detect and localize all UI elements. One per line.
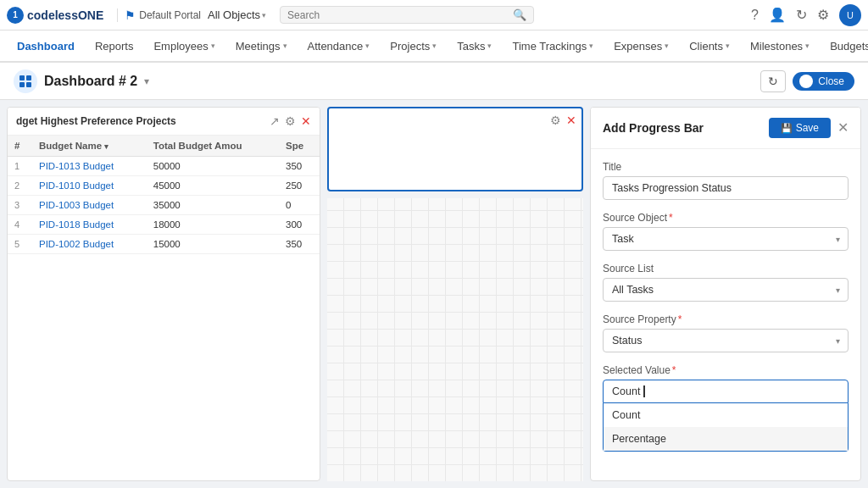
- cell-name[interactable]: PID-1018 Budget: [32, 215, 147, 235]
- right-panel: Add Progress Bar 💾 Save ✕ Title Source O…: [590, 107, 861, 481]
- app-logo[interactable]: 1 codelessONE: [7, 7, 103, 24]
- source-list-select[interactable]: All Tasks: [603, 278, 849, 302]
- cell-name[interactable]: PID-1010 Budget: [32, 176, 147, 196]
- search-area[interactable]: 🔍: [280, 6, 534, 24]
- all-objects-dropdown[interactable]: All Objects ▾: [208, 8, 266, 21]
- close-panel-button[interactable]: ✕: [837, 121, 849, 135]
- nav-item-meetings[interactable]: Meetings ▾: [225, 30, 298, 63]
- dropdown-selected-item[interactable]: Count: [603, 380, 849, 403]
- history-icon[interactable]: ↻: [796, 7, 807, 23]
- source-property-select[interactable]: Status: [603, 329, 849, 352]
- portal-icon: ⚑: [125, 8, 136, 22]
- cell-spe: 250: [279, 176, 320, 196]
- svg-rect-3: [26, 82, 31, 87]
- nav-item-time-trackings[interactable]: Time Trackings ▾: [502, 30, 604, 63]
- cell-num: 1: [8, 157, 32, 176]
- source-object-select[interactable]: Task: [603, 227, 849, 251]
- nav-item-milestones[interactable]: Milestones ▾: [740, 30, 820, 63]
- source-object-label: Source Object*: [603, 212, 849, 224]
- cell-spe: 0: [279, 196, 320, 215]
- nav-item-budgets[interactable]: Budgets ▾: [820, 30, 868, 63]
- chevron-down-icon: ▾: [589, 42, 593, 50]
- logo-icon: 1: [7, 7, 24, 24]
- nav-item-tasks[interactable]: Tasks ▾: [447, 30, 502, 63]
- user-icon[interactable]: 👤: [769, 7, 786, 23]
- source-object-field-group: Source Object* Task ▾: [603, 212, 849, 251]
- header-right: ↻ Close: [760, 70, 854, 92]
- widget-actions: ↗ ⚙ ✕: [270, 114, 311, 128]
- save-icon: 💾: [781, 123, 793, 134]
- source-property-label: Source Property*: [603, 313, 849, 325]
- portal-area[interactable]: ⚑ Default Portal: [117, 8, 201, 22]
- panel-title: Add Progress Bar: [603, 121, 769, 135]
- page-title-area: Dashboard # 2 ▾: [14, 69, 149, 93]
- nav-item-clients[interactable]: Clients ▾: [679, 30, 740, 63]
- help-icon[interactable]: ?: [751, 8, 759, 23]
- settings-icon[interactable]: ⚙: [817, 7, 829, 23]
- search-input[interactable]: [287, 9, 513, 21]
- portal-label: Default Portal: [139, 9, 201, 21]
- nav-item-dashboard[interactable]: Dashboard: [7, 30, 85, 63]
- nav-item-expenses[interactable]: Expenses ▾: [604, 30, 679, 63]
- external-link-button[interactable]: ↗: [270, 114, 280, 128]
- col-budget-name[interactable]: Budget Name ▾: [32, 136, 147, 157]
- panel-header: Add Progress Bar 💾 Save ✕: [591, 108, 860, 149]
- avatar[interactable]: U: [839, 4, 861, 26]
- cell-name[interactable]: PID-1002 Budget: [32, 235, 147, 254]
- col-total-budget: Total Budget Amou: [147, 136, 279, 157]
- close-toggle-button[interactable]: Close: [793, 72, 854, 91]
- cursor-indicator: [643, 385, 645, 397]
- placeholder-settings-button[interactable]: ⚙: [550, 114, 561, 127]
- all-objects-label: All Objects: [208, 8, 260, 21]
- nav-label-time-trackings: Time Trackings: [512, 40, 587, 53]
- source-list-label: Source List: [603, 263, 849, 274]
- widget-title: dget Highest Preference Projects: [16, 115, 263, 127]
- svg-rect-0: [19, 75, 25, 80]
- navbar: Dashboard Reports Employees ▾ Meetings ▾…: [0, 30, 868, 63]
- cell-spe: 350: [279, 157, 320, 176]
- placeholder-close-button[interactable]: ✕: [566, 114, 576, 127]
- close-widget-button[interactable]: ✕: [301, 114, 311, 128]
- main-content: dget Highest Preference Projects ↗ ⚙ ✕ #…: [0, 100, 868, 488]
- cell-num: 2: [8, 176, 32, 196]
- settings-button[interactable]: ⚙: [285, 114, 296, 128]
- title-input[interactable]: [603, 176, 849, 200]
- table-wrap[interactable]: # Budget Name ▾ Total Budget Amou Spe 1 …: [8, 136, 320, 480]
- chevron-down-icon: ▾: [805, 42, 810, 50]
- save-button[interactable]: 💾 Save: [769, 118, 831, 138]
- placeholder-actions: ⚙ ✕: [550, 114, 576, 127]
- chevron-down-icon: ▾: [365, 42, 370, 50]
- refresh-button[interactable]: ↻: [760, 70, 786, 92]
- title-field-group: Title: [603, 161, 849, 200]
- source-property-select-wrap: Status ▾: [603, 329, 849, 352]
- dropdown-option[interactable]: Percentage: [604, 427, 848, 451]
- nav-item-projects[interactable]: Projects ▾: [380, 30, 447, 63]
- table-row: 3 PID-1003 Budget 35000 0: [8, 196, 320, 215]
- page-title: Dashboard # 2: [44, 74, 137, 89]
- chevron-down-icon: ▾: [432, 42, 437, 50]
- nav-label-expenses: Expenses: [614, 40, 662, 53]
- selected-value-dropdown[interactable]: Count CountPercentage: [603, 380, 849, 403]
- nav-item-attendance[interactable]: Attendance ▾: [298, 30, 381, 63]
- nav-item-employees[interactable]: Employees ▾: [143, 30, 225, 63]
- svg-rect-1: [26, 75, 31, 80]
- logo-text: codelessONE: [27, 8, 103, 22]
- page-header: Dashboard # 2 ▾ ↻ Close: [0, 63, 868, 100]
- nav-label-dashboard: Dashboard: [17, 40, 75, 53]
- cell-name[interactable]: PID-1013 Budget: [32, 157, 147, 176]
- cell-num: 3: [8, 196, 32, 215]
- widget-header: dget Highest Preference Projects ↗ ⚙ ✕: [8, 108, 320, 136]
- title-chevron-icon[interactable]: ▾: [144, 75, 149, 87]
- center-panel: ⚙ ✕: [327, 107, 583, 481]
- nav-label-projects: Projects: [390, 40, 430, 53]
- nav-label-clients: Clients: [689, 40, 723, 53]
- nav-item-reports[interactable]: Reports: [85, 30, 144, 63]
- dropdown-option[interactable]: Count: [604, 403, 848, 427]
- chevron-down-icon: ▾: [726, 42, 730, 50]
- col-spe: Spe: [279, 136, 320, 157]
- nav-label-employees: Employees: [153, 40, 208, 53]
- col-num: #: [8, 136, 32, 157]
- cell-name[interactable]: PID-1003 Budget: [32, 196, 147, 215]
- cell-amount: 15000: [147, 235, 279, 254]
- nav-label-meetings: Meetings: [236, 40, 281, 53]
